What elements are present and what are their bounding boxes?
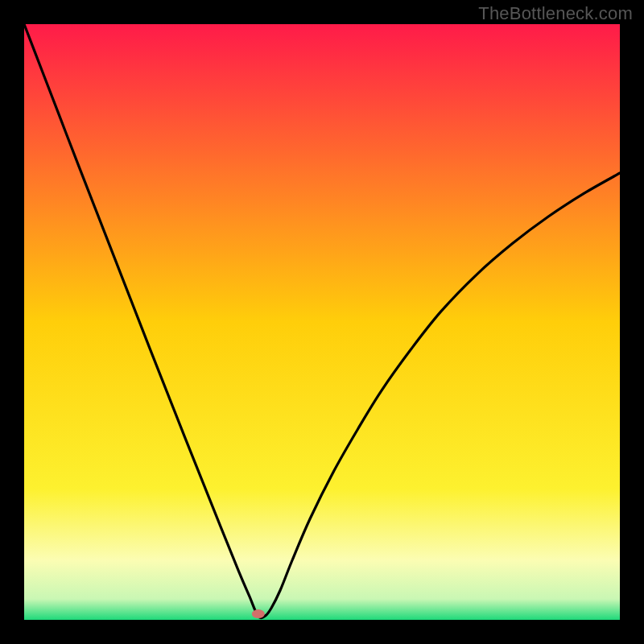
bottleneck-chart <box>0 0 644 644</box>
watermark-text: TheBottleneck.com <box>478 3 633 24</box>
optimum-marker <box>252 609 265 618</box>
gradient-background <box>24 24 620 620</box>
chart-frame: TheBottleneck.com <box>0 0 644 644</box>
